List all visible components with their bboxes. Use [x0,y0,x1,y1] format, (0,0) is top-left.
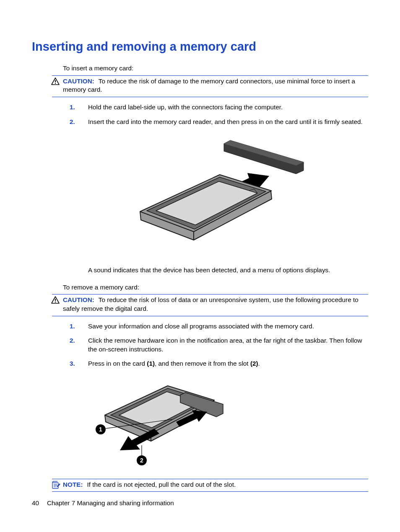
remove-steps: 1. Save your information and close all p… [70,322,368,369]
page-title: Inserting and removing a memory card [32,39,368,55]
list-item: 2. Click the remove hardware icon in the… [70,336,368,354]
svg-rect-0 [55,80,56,82]
step-number: 2. [70,336,88,354]
list-item: 1. Hold the card label-side up, with the… [70,103,368,112]
list-item: 3. Press in on the card (1), and then re… [70,359,368,368]
note-label: NOTE: [63,481,83,488]
step-text: Click the remove hardware icon in the no… [88,336,368,354]
intro-insert: To insert a memory card: [63,64,368,73]
step-text: Press in on the card (1), and then remov… [88,359,368,368]
figure-remove-card: 1 2 [88,378,368,469]
insert-steps: 1. Hold the card label-side up, with the… [70,103,368,126]
chapter-label: Chapter 7 Managing and sharing informati… [47,499,174,506]
caution-label: CAUTION: [63,296,94,303]
step-number: 1. [70,103,88,112]
intro-remove: To remove a memory card: [63,283,368,292]
svg-text:1: 1 [99,426,102,433]
step-text: Hold the card label-side up, with the co… [88,103,368,112]
page-number: 40 [32,499,47,508]
list-item: 2. Insert the card into the memory card … [70,118,368,127]
figure-insert-card [63,136,368,256]
sound-line: A sound indicates that the device has be… [88,266,368,275]
caution-label: CAUTION: [63,77,94,85]
note: NOTE:If the card is not ejected, pull th… [52,479,368,492]
step-text: Insert the card into the memory card rea… [88,118,368,127]
svg-text:2: 2 [140,457,143,464]
caution-icon [51,77,60,88]
note-text: If the card is not ejected, pull the car… [87,481,236,488]
step-number: 2. [70,118,88,127]
caution-text: To reduce the risk of damage to the memo… [63,77,355,93]
step-number: 3. [70,359,88,368]
svg-rect-2 [55,299,56,301]
page-footer: 40Chapter 7 Managing and sharing informa… [32,499,174,508]
list-item: 1. Save your information and close all p… [70,322,368,331]
step-number: 1. [70,322,88,331]
caution-icon [51,296,60,306]
step-text: Save your information and close all prog… [88,322,368,331]
note-icon [51,481,60,492]
caution-text: To reduce the risk of loss of data or an… [63,296,358,312]
svg-rect-1 [55,83,56,84]
caution-insert: CAUTION:To reduce the risk of damage to … [52,75,368,97]
svg-rect-3 [55,302,56,302]
caution-remove: CAUTION:To reduce the risk of loss of da… [52,294,368,316]
